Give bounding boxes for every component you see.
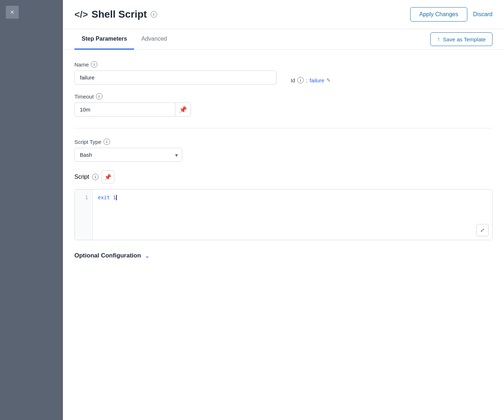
header-info-icon[interactable]: i bbox=[151, 11, 157, 18]
id-group: Id i : failure ✎ bbox=[291, 61, 493, 83]
save-as-template-button[interactable]: ↑ Save as Template bbox=[430, 32, 492, 46]
header-actions: Apply Changes Discard bbox=[410, 7, 492, 22]
sidebar: × bbox=[0, 0, 63, 420]
id-label-row: Id i : failure ✎ bbox=[291, 77, 493, 83]
timeout-pin-button[interactable]: 📌 bbox=[175, 102, 191, 117]
tab-advanced[interactable]: Advanced bbox=[134, 29, 174, 50]
header-left: </> Shell Script i bbox=[74, 9, 157, 20]
name-label: Name bbox=[74, 61, 89, 68]
script-type-label-row: Script Type i bbox=[74, 138, 492, 145]
content: Name i Id i : failure ✎ Timeout i bbox=[63, 50, 504, 420]
script-label-row: Script i 📌 bbox=[74, 170, 492, 183]
script-type-group: Script Type i Bash Python PowerShell ▾ bbox=[74, 138, 492, 162]
name-label-row: Name i bbox=[74, 61, 276, 68]
save-template-icon: ↑ bbox=[437, 36, 440, 42]
script-code: exit 1 bbox=[98, 195, 116, 200]
script-type-select[interactable]: Bash Python PowerShell bbox=[74, 148, 182, 162]
tabs-left: Step Parameters Advanced bbox=[74, 29, 174, 49]
script-type-info-icon[interactable]: i bbox=[104, 138, 110, 145]
timeout-label: Timeout bbox=[74, 93, 94, 100]
section-divider bbox=[74, 128, 492, 128]
script-pin-icon: 📌 bbox=[104, 174, 111, 181]
script-type-label: Script Type bbox=[74, 139, 101, 145]
main-panel: </> Shell Script i Apply Changes Discard… bbox=[63, 0, 504, 420]
shell-script-icon: </> bbox=[74, 9, 88, 20]
name-id-row: Name i Id i : failure ✎ bbox=[74, 61, 492, 85]
expand-icon: ⤢ bbox=[480, 227, 485, 233]
id-label: Id bbox=[291, 77, 295, 83]
optional-config-section: Optional Configuration ⌄ bbox=[74, 252, 492, 260]
pin-icon: 📌 bbox=[179, 106, 187, 114]
line-numbers: 1 bbox=[75, 190, 93, 240]
timeout-input-group: 📌 bbox=[74, 102, 492, 117]
close-button[interactable]: × bbox=[6, 6, 19, 19]
code-editor-inner: 1 exit 1 bbox=[75, 190, 492, 240]
name-info-icon[interactable]: i bbox=[91, 61, 97, 68]
script-pin-button[interactable]: 📌 bbox=[101, 170, 114, 183]
close-icon: × bbox=[10, 9, 14, 16]
cursor bbox=[116, 195, 117, 200]
script-type-select-wrapper: Bash Python PowerShell ▾ bbox=[74, 148, 182, 162]
id-edit-icon[interactable]: ✎ bbox=[326, 77, 331, 83]
discard-button[interactable]: Discard bbox=[473, 11, 492, 18]
timeout-input[interactable] bbox=[74, 102, 175, 117]
expand-button[interactable]: ⤢ bbox=[476, 224, 489, 236]
code-content[interactable]: exit 1 bbox=[93, 190, 492, 240]
page-title: Shell Script bbox=[92, 9, 147, 20]
tabs-bar: Step Parameters Advanced ↑ Save as Templ… bbox=[63, 29, 504, 50]
timeout-label-row: Timeout i bbox=[74, 93, 492, 100]
apply-changes-button[interactable]: Apply Changes bbox=[410, 7, 467, 22]
script-group: Script i 📌 1 exit 1 ⤢ bbox=[74, 170, 492, 240]
code-editor: 1 exit 1 ⤢ bbox=[74, 189, 492, 240]
script-info-icon[interactable]: i bbox=[92, 174, 98, 180]
header: </> Shell Script i Apply Changes Discard bbox=[63, 0, 504, 29]
save-template-label: Save as Template bbox=[443, 36, 486, 42]
id-value: failure bbox=[310, 77, 324, 83]
name-group: Name i bbox=[74, 61, 276, 85]
line-number-1: 1 bbox=[79, 195, 88, 200]
id-info-icon[interactable]: i bbox=[297, 77, 304, 83]
timeout-info-icon[interactable]: i bbox=[96, 93, 102, 100]
name-input[interactable] bbox=[74, 70, 276, 85]
optional-config-label: Optional Configuration bbox=[74, 252, 141, 259]
timeout-group: Timeout i 📌 bbox=[74, 93, 492, 117]
optional-config-chevron-icon[interactable]: ⌄ bbox=[145, 252, 150, 260]
script-label: Script bbox=[74, 174, 89, 180]
id-separator: : bbox=[306, 77, 307, 83]
tab-step-parameters[interactable]: Step Parameters bbox=[74, 29, 134, 50]
